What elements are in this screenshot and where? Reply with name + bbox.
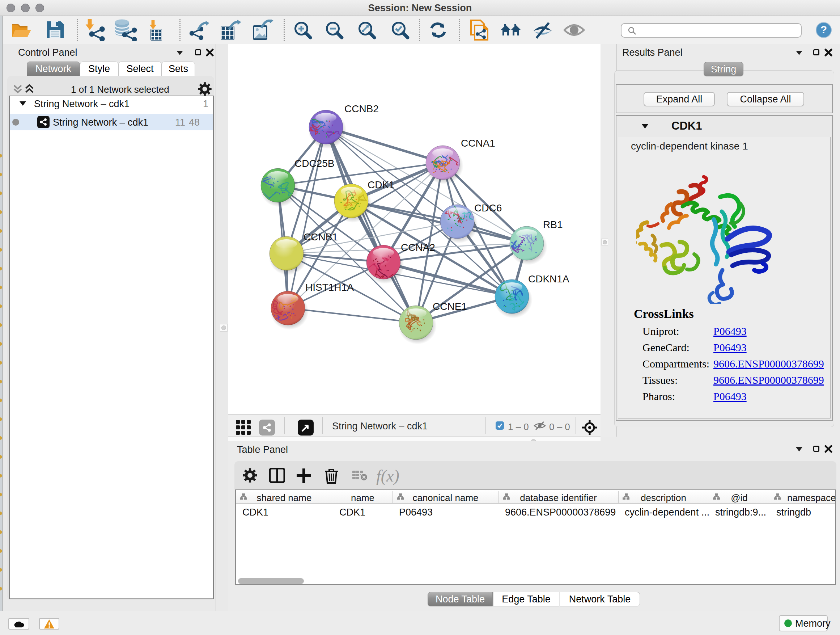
svg-text:CCNE1: CCNE1 — [433, 301, 467, 312]
svg-text:CCNA1: CCNA1 — [461, 138, 495, 149]
svg-text:CCNB1: CCNB1 — [303, 231, 338, 242]
svg-text:CCNB2: CCNB2 — [344, 103, 379, 114]
svg-text:CCNA2: CCNA2 — [401, 242, 435, 253]
svg-text:CDC6: CDC6 — [474, 203, 502, 214]
svg-text:CDC25B: CDC25B — [294, 158, 334, 169]
svg-text:RB1: RB1 — [543, 219, 562, 230]
svg-text:HIST1H1A: HIST1H1A — [305, 282, 354, 293]
svg-text:CDKN1A: CDKN1A — [528, 273, 569, 285]
svg-text:CDK1: CDK1 — [368, 179, 395, 190]
